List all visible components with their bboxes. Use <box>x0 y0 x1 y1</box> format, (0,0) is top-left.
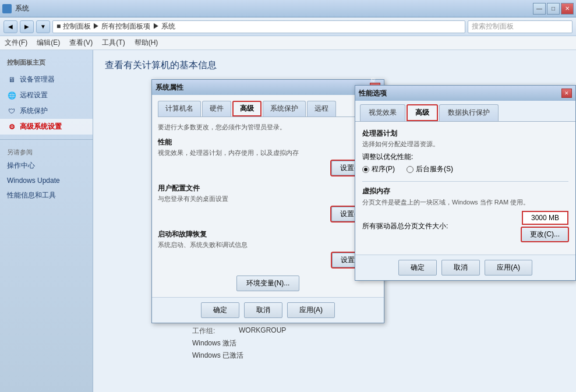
performance-label: 性能信息和工具 <box>7 190 56 200</box>
sidebar: 控制面板主页 🖥 设备管理器 🌐 远程设置 🛡 系统保护 ⚙ 高级系统设置 另请… <box>0 50 93 392</box>
performance-section: 性能 视觉效果，处理器计划，内存使用，以及虚拟内存 设置(S)... <box>158 137 378 175</box>
advanced-settings-icon: ⚙ <box>7 122 16 132</box>
menu-file[interactable]: 文件(F) <box>5 38 27 48</box>
maximize-button[interactable]: □ <box>547 3 560 15</box>
perf-body: 处理器计划 选择如何分配处理器资源。 调整以优化性能: 程序(P) 后台服务(S… <box>355 122 575 255</box>
address-path: ■ 控制面板 ▶ 所有控制面板项 ▶ 系统 <box>56 22 175 31</box>
also-see-title: 另请参阅 <box>0 144 93 158</box>
device-manager-icon: 🖥 <box>7 75 16 84</box>
address-box[interactable]: ■ 控制面板 ▶ 所有控制面板项 ▶ 系统 <box>52 20 465 33</box>
window-title: 系统 <box>15 3 29 13</box>
sidebar-item-label: 设备管理器 <box>20 75 55 84</box>
system-props-title-bar: 系统属性 应用(A) <box>152 80 384 95</box>
tab-system-protection[interactable]: 系统保护 <box>263 101 306 116</box>
performance-desc: 视觉效果，处理器计划，内存使用，以及虚拟内存 <box>158 149 378 157</box>
sidebar-title: 控制面板主页 <box>0 56 93 72</box>
program-label: 程序(P) <box>372 164 395 174</box>
perf-options-dialog: 性能选项 ✕ 视觉效果 高级 数据执行保护 处理器计划 选择如何分配处理器资源。… <box>355 85 576 281</box>
workgroup-label: 工作组: <box>192 326 227 336</box>
content-area: 查看有关计算机的基本信息 ? 系统属性 应用(A) 计算机名 硬件 高级 系统保… <box>93 50 576 392</box>
sidebar-link-windows-update[interactable]: Windows Update <box>0 174 93 188</box>
sidebar-item-label: 系统保护 <box>20 106 48 116</box>
address-bar: ◀ ▶ ▼ ■ 控制面板 ▶ 所有控制面板项 ▶ 系统 搜索控制面板 <box>0 17 576 36</box>
menu-edit[interactable]: 编辑(E) <box>37 38 60 48</box>
system-props-ok-btn[interactable]: 确定 <box>201 302 239 318</box>
main-layout: 控制面板主页 🖥 设备管理器 🌐 远程设置 🛡 系统保护 ⚙ 高级系统设置 另请… <box>0 50 576 392</box>
background-radio-dot <box>407 166 414 173</box>
startup-recovery-desc: 系统启动、系统失败和调试信息 <box>158 241 378 249</box>
sidebar-item-device-manager[interactable]: 🖥 设备管理器 <box>0 72 93 87</box>
search-placeholder: 搜索控制面板 <box>472 22 514 31</box>
vm-title: 虚拟内存 <box>362 186 568 196</box>
perf-ok-btn[interactable]: 确定 <box>398 260 437 276</box>
sidebar-link-performance[interactable]: 性能信息和工具 <box>0 188 93 203</box>
perf-close-btn[interactable]: ✕ <box>561 89 572 98</box>
menu-bar: 文件(F) 编辑(E) 查看(V) 工具(T) 帮助(H) <box>0 36 576 50</box>
bottom-info: 工作组: WORKGROUP Windows 激活 Windows 已激活 <box>192 326 286 363</box>
perf-tab-bar: 视觉效果 高级 数据执行保护 <box>355 101 575 122</box>
menu-help[interactable]: 帮助(H) <box>135 38 158 48</box>
perf-title: 性能选项 <box>359 89 387 98</box>
perf-tab-visual-effects[interactable]: 视觉效果 <box>360 104 405 121</box>
processor-radio-group: 程序(P) 后台服务(S) <box>362 164 568 174</box>
sidebar-divider <box>0 139 93 140</box>
workgroup-value: WORKGROUP <box>239 326 286 336</box>
minimize-button[interactable]: — <box>533 3 546 15</box>
forward-button[interactable]: ▶ <box>20 20 34 33</box>
performance-title: 性能 <box>158 137 378 147</box>
system-props-title: 系统属性 <box>156 83 183 93</box>
background-label: 后台服务(S) <box>416 164 453 174</box>
activation-sub-row: Windows 已激活 <box>192 351 286 361</box>
content-title: 查看有关计算机的基本信息 <box>105 59 564 72</box>
vm-size-value: 3000 MB <box>522 211 568 225</box>
workgroup-row: 工作组: WORKGROUP <box>192 326 286 336</box>
sidebar-link-action-center[interactable]: 操作中心 <box>0 158 93 174</box>
background-radio[interactable]: 后台服务(S) <box>407 164 453 174</box>
vm-size-right: 3000 MB 更改(C)... <box>521 211 568 242</box>
vm-change-btn[interactable]: 更改(C)... <box>521 227 568 242</box>
sidebar-item-remote-settings[interactable]: 🌐 远程设置 <box>0 87 93 103</box>
program-radio-dot <box>362 166 369 173</box>
menu-tools[interactable]: 工具(T) <box>102 38 125 48</box>
activation-sub: Windows 已激活 <box>192 351 243 361</box>
vm-size-container: 所有驱动器总分页文件大小: 3000 MB 更改(C)... <box>362 211 568 242</box>
title-bar-left: 系统 <box>2 3 29 13</box>
system-props-cancel-btn[interactable]: 取消 <box>244 302 282 318</box>
windows-update-label: Windows Update <box>7 176 60 185</box>
tab-hardware[interactable]: 硬件 <box>202 101 231 116</box>
processor-title: 处理器计划 <box>362 129 568 139</box>
perf-tab-dep[interactable]: 数据执行保护 <box>439 104 499 121</box>
system-props-tab-bar: 计算机名 硬件 高级 系统保护 远程 <box>158 101 378 117</box>
perf-tab-advanced[interactable]: 高级 <box>407 104 438 121</box>
tab-advanced[interactable]: 高级 <box>232 101 262 116</box>
title-bar: 系统 — □ ✕ <box>0 0 576 17</box>
close-button[interactable]: ✕ <box>561 3 574 15</box>
user-profiles-title: 用户配置文件 <box>158 183 378 193</box>
tab-computer-name[interactable]: 计算机名 <box>158 101 201 116</box>
action-center-label: 操作中心 <box>7 161 35 171</box>
user-profiles-desc: 与您登录有关的桌面设置 <box>158 195 378 203</box>
sidebar-item-system-protection[interactable]: 🛡 系统保护 <box>0 103 93 119</box>
down-button[interactable]: ▼ <box>36 20 50 33</box>
sidebar-item-advanced-settings[interactable]: ⚙ 高级系统设置 <box>0 119 93 135</box>
virtual-memory-section: 虚拟内存 分页文件是硬盘上的一块区域，Windows 当作 RAM 使用。 所有… <box>362 186 568 242</box>
env-vars-btn[interactable]: 环境变量(N)... <box>236 276 300 291</box>
back-button[interactable]: ◀ <box>3 20 17 33</box>
tab-remote[interactable]: 远程 <box>307 101 336 116</box>
system-props-apply-btn[interactable]: 应用(A) <box>287 302 335 318</box>
perf-apply-btn[interactable]: 应用(A) <box>485 260 532 276</box>
search-box[interactable]: 搜索控制面板 <box>468 20 573 33</box>
vm-desc: 分页文件是硬盘上的一块区域，Windows 当作 RAM 使用。 <box>362 197 568 207</box>
env-vars-container: 环境变量(N)... <box>158 276 378 291</box>
program-radio[interactable]: 程序(P) <box>362 164 395 174</box>
remote-settings-icon: 🌐 <box>7 91 16 100</box>
activation-label: Windows 激活 <box>192 338 236 348</box>
window-icon <box>2 4 12 13</box>
startup-recovery-title: 启动和故障恢复 <box>158 229 378 239</box>
perf-footer: 确定 取消 应用(A) <box>355 255 575 280</box>
adjust-label: 调整以优化性能: <box>362 152 568 162</box>
menu-view[interactable]: 查看(V) <box>69 38 93 48</box>
perf-cancel-btn[interactable]: 取消 <box>441 260 480 276</box>
processor-desc: 选择如何分配处理器资源。 <box>362 140 568 149</box>
perf-title-bar: 性能选项 ✕ <box>355 86 575 101</box>
